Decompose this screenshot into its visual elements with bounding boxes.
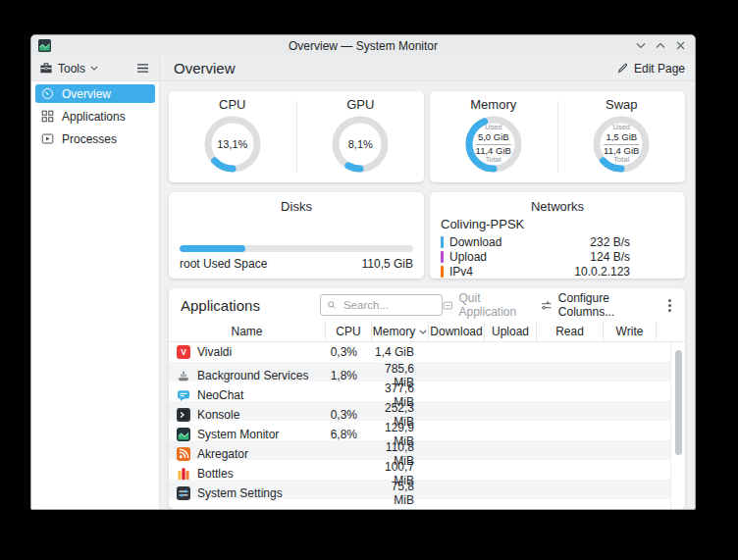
gpu-title: GPU — [346, 97, 374, 112]
applications-toolbar: Applications Quit Application — [169, 288, 685, 322]
edit-page-button[interactable]: Edit Page — [616, 62, 685, 76]
cpu-gpu-card: CPU 13,1% GPU — [169, 91, 424, 182]
cpu-title: CPU — [219, 97, 245, 112]
toolbox-icon — [39, 62, 53, 75]
sidebar-item-overview[interactable]: Overview — [35, 84, 155, 103]
disks-title: Disks — [180, 199, 413, 214]
neochat-icon — [177, 388, 190, 402]
sidebar-item-processes[interactable]: Processes — [35, 129, 155, 148]
gpu-gauge: GPU 8,1% — [297, 91, 425, 182]
cpu-cell: 0,3% — [325, 408, 371, 422]
column-header-cpu[interactable]: CPU — [325, 322, 371, 341]
table-row[interactable]: VVivaldi0,3%1,4 GiB — [169, 342, 685, 362]
minimize-button[interactable] — [635, 40, 647, 52]
column-header-download[interactable]: Download — [428, 322, 484, 341]
network-row-download: Download232 B/s — [441, 234, 674, 249]
cpu-cell: 0,3% — [325, 345, 371, 359]
table-row[interactable]: NeoChat377,6 MiB — [169, 382, 685, 401]
memory-gauge: Memory Used 5,0 GiB 11,4 GiB Total — [430, 91, 557, 182]
cpu-cell: 6,8% — [325, 428, 371, 441]
table-row[interactable]: System Settings75,8 MiB — [169, 480, 685, 499]
gauge-icon — [41, 87, 54, 100]
app-name: Bottles — [197, 467, 234, 481]
memory-cell: 75,8 MiB — [371, 480, 428, 507]
swap-gauge: Swap Used 1,5 GiB 11,4 GiB Total — [558, 91, 686, 182]
search-input[interactable] — [342, 298, 436, 312]
memory-swap-card: Memory Used 5,0 GiB 11,4 GiB Total — [430, 91, 685, 182]
column-header-memory[interactable]: Memory — [371, 322, 428, 341]
column-header-upload[interactable]: Upload — [484, 322, 536, 341]
configure-columns-label: Configure Columns... — [558, 291, 649, 319]
swap-total-label: Total — [613, 156, 629, 165]
quit-application-button[interactable]: Quit Application — [443, 291, 526, 319]
network-row-label: Upload — [449, 250, 487, 264]
toolbar: Tools Overview Edit Page — [31, 56, 695, 81]
page-title: Overview — [174, 60, 236, 76]
sidebar-item-applications[interactable]: Applications — [35, 107, 155, 126]
system-monitor-window: Overview — System Monitor Too — [30, 34, 696, 510]
cpu-cell: 1,8% — [325, 369, 371, 382]
chevron-down-icon — [90, 66, 98, 71]
column-header-write[interactable]: Write — [603, 322, 656, 341]
scrollbar-thumb[interactable] — [675, 350, 682, 455]
applications-card: Applications Quit Application — [169, 288, 685, 509]
network-row-label: IPv4 — [449, 265, 473, 279]
disk-value: 110,5 GiB — [362, 257, 413, 271]
grid-icon — [41, 110, 54, 123]
memory-total-label: Total — [486, 156, 501, 165]
table-row[interactable]: Bottles100,7 MiB — [169, 460, 685, 480]
search-field[interactable] — [320, 294, 443, 316]
table-row[interactable]: Konsole0,3%252,3 MiB — [169, 401, 685, 421]
akregator-icon — [177, 447, 190, 461]
app-name: System Settings — [197, 486, 283, 500]
memory-used-value: 5,0 GiB — [476, 132, 511, 145]
titlebar: Overview — System Monitor — [31, 35, 695, 56]
app-name: Vivaldi — [197, 345, 232, 359]
scrollbar-track[interactable] — [670, 342, 685, 509]
system-monitor-icon — [177, 428, 190, 441]
sidebar: OverviewApplicationsProcesses — [31, 81, 160, 509]
sidebar-item-label: Overview — [62, 87, 111, 101]
network-row-value: 10.0.2.123 — [574, 265, 674, 279]
sidebar-item-label: Processes — [62, 132, 117, 146]
app-name: NeoChat — [197, 388, 243, 402]
sensor-color-chip — [441, 266, 444, 278]
vivaldi-icon: V — [177, 345, 190, 359]
app-name: Background Services — [197, 369, 308, 382]
swap-used-value: 1,5 GiB — [604, 132, 639, 145]
tools-menu-button[interactable]: Tools — [39, 62, 98, 76]
table-row[interactable]: Background Services1,8%785,6 MiB — [169, 362, 685, 382]
maximize-button[interactable] — [655, 40, 666, 52]
main-content: CPU 13,1% GPU — [160, 81, 695, 509]
memory-cell: 1,4 GiB — [371, 345, 428, 359]
network-row-value: 232 B/s — [590, 235, 674, 249]
configure-columns-button[interactable]: Configure Columns... — [541, 291, 649, 319]
edit-page-label: Edit Page — [634, 62, 685, 76]
app-name: System Monitor — [197, 428, 279, 441]
network-row-label: Download — [449, 235, 501, 249]
process-icon — [41, 132, 54, 145]
overflow-menu-icon[interactable] — [664, 297, 675, 314]
column-header-read[interactable]: Read — [536, 322, 603, 341]
background-services-icon — [177, 369, 190, 382]
konsole-icon — [177, 408, 190, 422]
sensor-color-chip — [441, 236, 444, 248]
sensor-color-chip — [441, 251, 444, 263]
disks-card: Disks root Used Space 110,5 GiB — [169, 192, 424, 279]
network-row-upload: Upload124 B/s — [441, 249, 674, 264]
table-row[interactable]: Akregator110,8 MiB — [169, 440, 685, 460]
quit-window-icon — [443, 299, 453, 312]
network-interface-name: Coliving-PPSK — [441, 217, 674, 231]
memory-title: Memory — [470, 97, 516, 112]
network-row-value: 124 B/s — [590, 250, 674, 264]
hamburger-menu-button[interactable] — [136, 63, 149, 74]
close-button[interactable] — [674, 40, 686, 52]
search-icon — [327, 299, 337, 311]
column-header-name[interactable]: Name — [169, 322, 325, 341]
app-name: Konsole — [197, 408, 239, 422]
sidebar-item-label: Applications — [62, 110, 126, 124]
quit-application-label: Quit Application — [458, 291, 525, 319]
applications-title: Applications — [181, 297, 320, 314]
disk-usage-bar — [180, 245, 413, 252]
table-row[interactable]: System Monitor6,8%129,9 MiB — [169, 421, 685, 440]
